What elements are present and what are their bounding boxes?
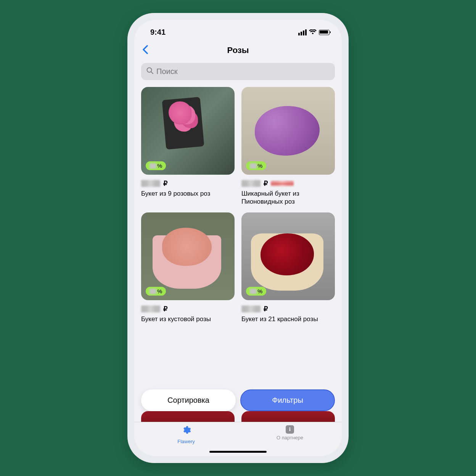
battery-icon	[319, 30, 330, 35]
product-image: %	[141, 212, 235, 300]
product-card[interactable]: % ₽ Шикарный букет из Пионовидных роз	[241, 87, 335, 206]
home-indicator[interactable]	[209, 451, 267, 453]
search-icon	[146, 67, 153, 76]
product-name: Букет из 9 розовых роз	[141, 190, 235, 198]
product-card[interactable]: % ₽ Букет из кустовой розы	[141, 212, 235, 323]
price-row: ₽	[141, 179, 235, 188]
discount-badge: %	[146, 161, 166, 170]
product-name: Букет из 21 красной розы	[241, 315, 335, 323]
discount-badge: %	[146, 287, 166, 296]
status-time: 9:41	[150, 28, 166, 37]
currency-symbol: ₽	[264, 305, 268, 313]
product-image: %	[241, 87, 335, 175]
status-bar: 9:41	[134, 20, 342, 41]
price-row: ₽	[241, 305, 335, 313]
info-icon: i	[286, 425, 294, 434]
product-card[interactable]: % ₽ Букет из 9 розовых роз	[141, 87, 235, 206]
tab-label: Flawery	[177, 439, 195, 444]
phone-screen: 9:41 Розы	[134, 20, 342, 456]
old-price-value	[271, 181, 294, 186]
phone-frame: 9:41 Розы	[127, 13, 349, 463]
price-value	[141, 306, 160, 312]
currency-symbol: ₽	[264, 179, 268, 188]
search-input[interactable]	[156, 67, 330, 76]
tab-label: О партнере	[277, 435, 303, 441]
back-button[interactable]	[142, 44, 148, 57]
product-image: %	[141, 87, 235, 175]
svg-line-1	[151, 72, 153, 74]
action-bar: Сортировка Фильтры	[141, 389, 335, 411]
price-value	[141, 180, 160, 187]
sort-button[interactable]: Сортировка	[141, 389, 236, 411]
currency-symbol: ₽	[163, 305, 167, 313]
price-row: ₽	[141, 305, 235, 313]
wifi-icon	[309, 29, 317, 35]
discount-badge: %	[246, 287, 266, 296]
gear-icon	[181, 425, 191, 437]
signal-icon	[298, 29, 307, 35]
price-value	[241, 180, 261, 187]
price-row: ₽	[241, 179, 335, 188]
filter-button[interactable]: Фильтры	[240, 389, 335, 411]
product-image: %	[241, 212, 335, 300]
product-name: Шикарный букет из Пионовидных роз	[241, 190, 335, 206]
status-icons	[298, 29, 330, 35]
nav-header: Розы	[134, 41, 342, 60]
price-value	[241, 306, 261, 312]
product-card[interactable]: % ₽ Букет из 21 красной розы	[241, 212, 335, 323]
search-bar[interactable]	[141, 63, 335, 80]
discount-badge: %	[246, 161, 266, 170]
product-name: Букет из кустовой розы	[141, 315, 235, 323]
currency-symbol: ₽	[163, 179, 167, 188]
page-title: Розы	[227, 45, 249, 55]
